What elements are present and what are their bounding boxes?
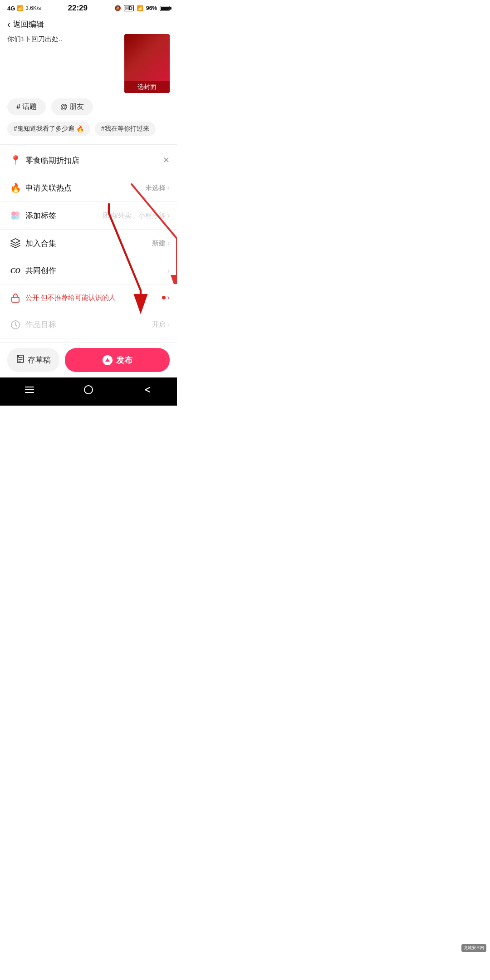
menu-item-privacy[interactable]: 公开·但不推荐给可能认识的人 ›: [0, 284, 177, 311]
menu-item-location[interactable]: 📍 零食临期折扣店 ✕: [0, 147, 177, 174]
tags-label: 添加标签: [25, 211, 103, 221]
nav-menu-icon[interactable]: [20, 383, 39, 397]
publish-up-arrow-icon: [105, 358, 110, 362]
privacy-label: 公开·但不推荐给可能认识的人: [25, 294, 160, 302]
menu-item-co-create[interactable]: CO 共同创作 ›: [0, 257, 177, 284]
divider-top: [0, 144, 177, 145]
nav-home-icon[interactable]: [79, 383, 98, 397]
clock-icon: [7, 320, 24, 330]
speed-label: 3.6K/s: [25, 5, 41, 11]
topic-button[interactable]: # 话题: [7, 98, 46, 115]
status-left: 4G 📶 3.6K/s: [7, 5, 41, 12]
battery-percent: 96%: [146, 5, 157, 11]
svg-point-9: [84, 386, 93, 394]
draft-button[interactable]: 存草稿: [7, 348, 59, 372]
topic-label: 话题: [22, 102, 37, 112]
schedule-label: 作品目标: [25, 319, 152, 330]
dots-icon: [7, 210, 24, 221]
bottom-bar: 存草稿 发布: [0, 342, 177, 377]
publish-icon: [103, 355, 113, 365]
privacy-right: ›: [167, 294, 170, 302]
hot-chevron-icon: ›: [167, 184, 170, 192]
location-icon: 📍: [7, 155, 24, 166]
menu-item-hot[interactable]: 🔥 申请关联热点 未选择 ›: [0, 174, 177, 202]
status-right: 🔕 HD 📶 96%: [114, 5, 170, 11]
back-label: 返回编辑: [13, 19, 44, 29]
nav-bar: [0, 377, 177, 406]
mention-label: 朋友: [69, 102, 84, 112]
status-bar: 4G 📶 3.6K/s 22:29 🔕 HD 📶 96%: [0, 0, 177, 15]
draft-label: 存草稿: [28, 355, 51, 365]
hash-icon: #: [16, 103, 20, 111]
hot-right: 未选择 ›: [145, 184, 170, 192]
location-close-button[interactable]: ✕: [163, 155, 170, 165]
hot-label: 申请关联热点: [25, 183, 145, 193]
co-icon: CO: [7, 267, 24, 275]
co-create-chevron-icon: ›: [167, 267, 170, 275]
fire-icon-0: 🔥: [76, 125, 84, 132]
lock-icon: [7, 293, 24, 303]
preview-text: 你们1ト回刀出处..: [7, 35, 63, 43]
publish-label: 发布: [116, 355, 132, 366]
hashtag-text-0: #鬼知道我看了多少遍: [14, 125, 74, 133]
privacy-chevron-icon: ›: [167, 294, 170, 302]
hashtag-chip-1[interactable]: #我在等你打过来: [95, 122, 156, 136]
tags-right: 团购/外卖、小程序等 ›: [103, 211, 170, 220]
menu-item-tags[interactable]: 添加标签 团购/外卖、小程序等 ›: [0, 202, 177, 230]
menu-item-schedule[interactable]: 作品目标 开启 ›: [0, 311, 177, 338]
cover-label[interactable]: 选封面: [124, 81, 170, 93]
tags-chevron-icon: ›: [167, 211, 170, 220]
flame-icon: 🔥: [7, 182, 24, 193]
hashtag-chip-0[interactable]: #鬼知道我看了多少遍 🔥: [7, 122, 90, 136]
schedule-right: 开启 ›: [152, 320, 170, 329]
bell-icon: 🔕: [114, 5, 121, 11]
mention-button[interactable]: @ 朋友: [51, 98, 93, 115]
cover-thumbnail[interactable]: 选封面: [124, 34, 170, 93]
text-preview: 你们1ト回刀出处..: [7, 34, 119, 44]
svg-rect-4: [12, 297, 19, 302]
draft-icon: [16, 354, 25, 366]
collection-right: 新建 ›: [152, 239, 170, 248]
back-arrow-icon: ‹: [7, 19, 10, 29]
collection-chevron-icon: ›: [167, 239, 170, 247]
back-button[interactable]: ‹ 返回编辑: [7, 19, 44, 29]
svg-point-3: [15, 215, 20, 220]
hot-right-text: 未选择: [145, 184, 166, 192]
network-label: 4G: [7, 5, 15, 12]
hashtag-suggestions: #鬼知道我看了多少遍 🔥 #我在等你打过来: [0, 122, 177, 142]
content-preview: 你们1ト回刀出处.. 选封面: [0, 34, 177, 98]
battery-icon: [160, 6, 170, 11]
signal-bars: 📶: [17, 5, 24, 11]
hd-label: HD: [124, 5, 134, 11]
nav-back-icon[interactable]: [138, 383, 157, 397]
collection-label: 加入合集: [25, 238, 152, 249]
tags-right-text: 团购/外卖、小程序等: [103, 211, 166, 220]
at-icon: @: [60, 103, 68, 111]
header: ‹ 返回编辑: [0, 15, 177, 34]
privacy-dot: [162, 296, 166, 299]
co-create-label: 共同创作: [25, 265, 167, 276]
schedule-right-text: 开启: [152, 320, 166, 329]
location-label: 零食临期折扣店: [25, 155, 163, 166]
clock: 22:29: [68, 4, 87, 13]
wifi-icon: 📶: [137, 5, 143, 11]
publish-button[interactable]: 发布: [65, 348, 170, 372]
layers-icon: [7, 238, 24, 249]
co-create-right: ›: [167, 267, 170, 275]
schedule-chevron-icon: ›: [167, 321, 170, 329]
menu-item-collection[interactable]: 加入合集 新建 ›: [0, 230, 177, 257]
tag-buttons-row: # 话题 @ 朋友: [0, 98, 177, 122]
collection-right-text: 新建: [152, 239, 166, 248]
hashtag-text-1: #我在等你打过来: [101, 125, 149, 133]
